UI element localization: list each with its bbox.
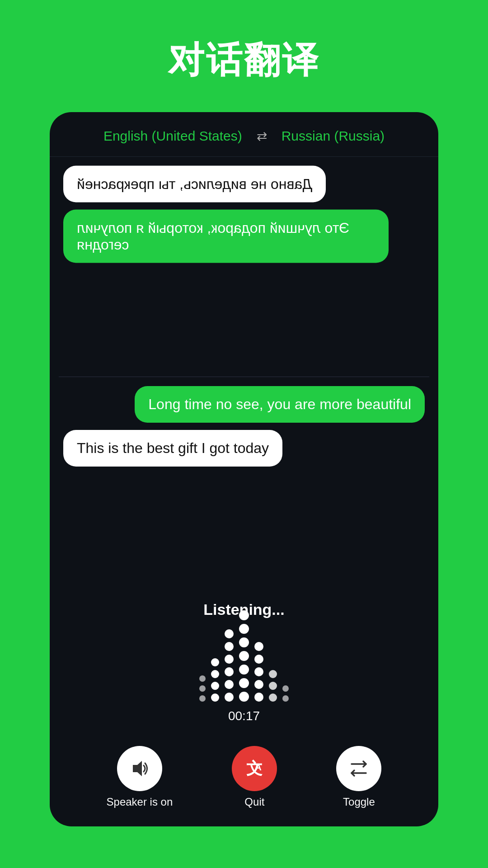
speaker-button[interactable] — [117, 746, 162, 791]
timer: 00:17 — [228, 709, 260, 723]
language-left[interactable]: English (United States) — [103, 128, 242, 144]
waveform — [199, 629, 289, 702]
lower-bubble-white: This is the best gift I got today — [63, 430, 282, 467]
svg-text:A: A — [254, 761, 262, 773]
toggle-button[interactable] — [336, 746, 381, 791]
quit-button[interactable]: 文 A — [232, 746, 277, 791]
wave-col-4 — [239, 610, 249, 702]
upper-bubble-white: Давно не виделись, ты прекрасней — [63, 166, 326, 203]
swap-icon[interactable]: ⇄ — [257, 129, 267, 144]
listening-section: Listening... — [50, 592, 438, 737]
svg-marker-0 — [133, 761, 142, 776]
language-bar: English (United States) ⇄ Russian (Russi… — [50, 112, 438, 157]
language-right[interactable]: Russian (Russia) — [282, 128, 385, 144]
quit-label: Quit — [244, 796, 264, 808]
bottom-controls: Speaker is on 文 A Quit — [50, 737, 438, 826]
speaker-icon — [128, 757, 151, 780]
speaker-control: Speaker is on — [107, 746, 173, 808]
wave-col-2 — [211, 658, 219, 702]
speaker-label: Speaker is on — [107, 796, 173, 808]
wave-col-3 — [225, 629, 234, 702]
translate-icon: 文 A — [243, 757, 266, 780]
quit-control: 文 A Quit — [232, 746, 277, 808]
toggle-control: Toggle — [336, 746, 381, 808]
wave-col-5 — [254, 642, 263, 702]
upper-bubble-green: Это лучший подарок, который я получил се… — [63, 210, 389, 263]
wave-col-7 — [282, 685, 289, 702]
wave-col-1 — [199, 675, 206, 702]
toggle-label: Toggle — [343, 796, 375, 808]
chat-upper: Это лучший подарок, который я получил се… — [50, 157, 438, 377]
lower-bubble-green: Long time no see, you are more beautiful — [135, 386, 425, 423]
app-card: English (United States) ⇄ Russian (Russi… — [50, 112, 438, 826]
wave-col-6 — [269, 670, 277, 702]
page-title: 对话翻译 — [168, 36, 320, 85]
toggle-icon — [347, 757, 371, 780]
chat-lower: Long time no see, you are more beautiful… — [50, 377, 438, 592]
